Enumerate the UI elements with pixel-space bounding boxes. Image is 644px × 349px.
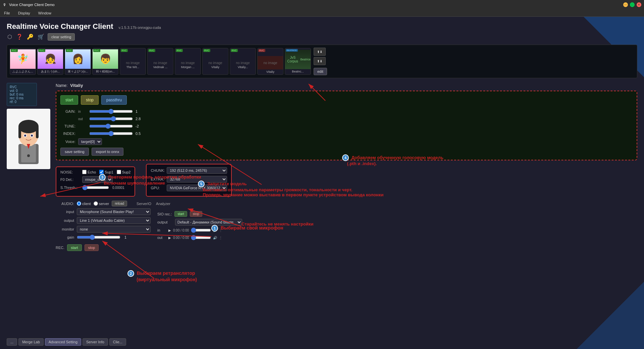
sio-out-volume-icon[interactable]: 🔊: [213, 236, 217, 240]
index-label: INDEX:: [60, 132, 75, 136]
controls-box: start stop passthru GAIN: in 1 out 2.8: [56, 91, 637, 160]
chunk-select[interactable]: 192 (512.0 ms, 24576): [167, 167, 227, 174]
sup1-checkbox[interactable]: [99, 170, 104, 174]
model-label-3: 和々精相(on...: [93, 69, 118, 74]
help-icon[interactable]: ❓: [15, 33, 23, 41]
rec-label: REC.: [56, 246, 64, 250]
github-icon[interactable]: ⬡: [7, 33, 13, 41]
save-setting-button[interactable]: save setting: [60, 148, 89, 156]
model-card-10[interactable]: BEATRICE JvS CorpusBeatrice Beatnc...: [285, 48, 311, 75]
noise-section: NOISE: Echo Sup1 Sup2: [56, 166, 135, 197]
stop-button[interactable]: stop: [81, 95, 99, 105]
strip-up-button[interactable]: ⬆⬇: [314, 48, 326, 56]
model-label-9: Vitaliy: [258, 69, 283, 73]
output-select[interactable]: Line 1 (Virtual Audio Cable): [77, 217, 151, 224]
model-card-2[interactable]: RVC 👩 東々よびつ(o...: [65, 48, 91, 75]
model-card-1[interactable]: RVC 👧 あまたう(oh...: [37, 48, 63, 75]
strip-sort-button[interactable]: ⬆⬇: [314, 57, 326, 65]
menu-window[interactable]: Window: [37, 10, 53, 16]
model-card-4[interactable]: RVC no image The Wit...: [120, 48, 146, 75]
model-badge-0: RVC: [11, 49, 18, 52]
input-select[interactable]: Microphone (Sound Blaster Play!: [77, 208, 151, 215]
sthresh-label: S.Thresh.:: [60, 186, 79, 190]
index-value: 0.5: [136, 132, 146, 136]
echo-text: Echo: [88, 170, 96, 174]
voice-select[interactable]: target[0]: [78, 138, 102, 145]
export-onnx-button[interactable]: export to onnx: [92, 148, 124, 156]
gain-out-slider[interactable]: [89, 116, 133, 121]
audio-gain-slider[interactable]: [77, 235, 120, 240]
menu-display[interactable]: Display: [17, 10, 32, 16]
reload-button[interactable]: reload: [112, 201, 127, 206]
gpu-select[interactable]: NVIDIA GeForce RTX 3060(12GB): [167, 185, 227, 191]
tab-server-info[interactable]: Server Info: [83, 338, 108, 346]
extra-label: EXTRA:: [151, 177, 164, 181]
sio-out-menu-icon[interactable]: ⋮: [219, 236, 222, 240]
menu-file[interactable]: File: [3, 10, 11, 16]
minimize-button[interactable]: —: [623, 2, 628, 7]
gpu-label: GPU:: [151, 186, 164, 190]
gain-in-slider[interactable]: [89, 109, 133, 114]
sup1-text: Sup1: [105, 170, 113, 174]
sio-start-button[interactable]: start: [174, 211, 187, 217]
gain-label: GAIN:: [60, 109, 75, 113]
model-badge-8: RVC: [231, 49, 238, 52]
tab-merge-lab[interactable]: Merge Lab: [18, 338, 44, 346]
sup2-checkbox-label[interactable]: Sup2: [117, 170, 131, 174]
model-card-7[interactable]: RVC no image Vitaliy: [202, 48, 228, 75]
middle-panel: Name: Vitaliy start stop passthru GAIN: …: [56, 83, 637, 251]
clear-setting-button[interactable]: clear setting: [48, 33, 75, 41]
svg-rect-6: [36, 127, 39, 138]
model-card-6[interactable]: RVC no image Morgan ...: [175, 48, 201, 75]
close-button[interactable]: ✕: [637, 2, 641, 7]
gain-in-row: GAIN: in 1: [60, 109, 633, 114]
echo-checkbox[interactable]: [82, 170, 87, 174]
client-radio[interactable]: [77, 201, 81, 206]
passthru-button[interactable]: passthru: [101, 95, 127, 105]
rec-start-button[interactable]: start: [67, 244, 82, 251]
start-button[interactable]: start: [60, 95, 78, 105]
echo-checkbox-label[interactable]: Echo: [82, 170, 96, 174]
client-radio-label[interactable]: client: [77, 201, 91, 206]
noise-label: NOISE:: [60, 170, 79, 174]
sio-in-play-icon[interactable]: ▶: [168, 229, 171, 232]
tab-clie[interactable]: Clie...: [109, 338, 126, 346]
audio-label: AUDIO:: [56, 202, 74, 206]
tab-advanced-setting[interactable]: Advanced Setting: [45, 338, 81, 346]
rvc-line2: vol: 0: [10, 89, 34, 93]
chunk-label: CHUNK:: [151, 168, 164, 172]
extra-select[interactable]: 32768: [167, 176, 227, 183]
sthresh-slider[interactable]: [82, 185, 109, 190]
sup1-checkbox-label[interactable]: Sup1: [99, 170, 113, 174]
maximize-button[interactable]: □: [630, 2, 635, 7]
svg-rect-5: [18, 127, 21, 138]
model-card-8[interactable]: RVC no image Vitaliy...: [230, 48, 256, 75]
edit-button[interactable]: edit: [314, 68, 327, 75]
sio-out-progress[interactable]: [191, 235, 211, 240]
model-label-0: ふよふよさん...: [10, 69, 36, 74]
model-card-0[interactable]: RVC 🧚 ふよふよさん...: [10, 48, 36, 75]
model-card-3[interactable]: RVC 👦 和々精相(on...: [92, 48, 118, 75]
f0-select[interactable]: rmvpe_onnx harvest crepe: [82, 176, 113, 183]
model-badge-1: RVC: [38, 49, 45, 52]
model-card-5[interactable]: RVC no image Vedmak ...: [147, 48, 173, 75]
cart-icon[interactable]: 🛒: [37, 33, 45, 41]
tab-ellipsis[interactable]: ...: [7, 338, 17, 346]
gain-out-row: out 2.8: [60, 116, 633, 121]
model-card-9[interactable]: RVC no image Vitaliy: [257, 48, 283, 75]
sio-stop-button[interactable]: stop: [190, 211, 202, 217]
sup2-checkbox[interactable]: [117, 170, 121, 174]
monitor-select[interactable]: none: [77, 226, 151, 233]
key-icon[interactable]: 🔑: [26, 33, 34, 41]
sio-in-progress[interactable]: [191, 228, 211, 233]
rec-stop-button[interactable]: stop: [85, 244, 99, 251]
tune-slider[interactable]: [89, 123, 133, 129]
index-slider[interactable]: [89, 131, 133, 136]
f0-label: F0 Det.:: [60, 178, 79, 182]
sio-in-volume-icon[interactable]: 🔊: [213, 229, 217, 232]
sio-in-menu-icon[interactable]: ⋮: [219, 229, 222, 232]
sio-output-select[interactable]: Default - Динамики (Sound Blaste: [175, 219, 242, 226]
server-radio[interactable]: [94, 201, 98, 206]
sio-out-play-icon[interactable]: ▶: [168, 236, 171, 240]
server-radio-label[interactable]: server: [94, 201, 109, 206]
